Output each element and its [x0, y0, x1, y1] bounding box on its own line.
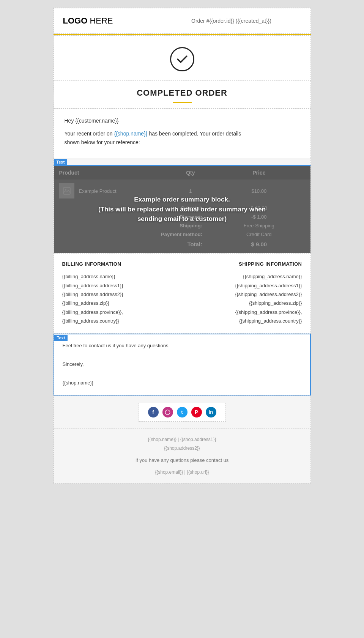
order-table-head: Product Qty Price: [54, 166, 310, 180]
shipping-label: Shipping:: [54, 221, 208, 230]
instagram-icon[interactable]: ◯: [162, 407, 173, 417]
footer-email-url: {{shop.email}} | {{shop.url}}: [61, 468, 303, 477]
check-section: [54, 35, 311, 81]
order-section: Product Qty Price: [54, 165, 311, 253]
greeting-line3: shown below for your reference:: [65, 139, 140, 145]
checkmark-svg: [175, 52, 189, 66]
check-circle-icon: [170, 47, 194, 71]
billing-country: {{billing_address.country}}: [62, 318, 119, 324]
logo-normal: HERE: [87, 16, 113, 25]
subtotal-row: Subtotal: $ 10.00: [54, 202, 310, 213]
text-badge-2: Text: [54, 335, 68, 341]
payment-label: Payment method:: [54, 230, 208, 239]
product-cell: Example Product: [54, 180, 173, 202]
payment-value: Credit Card: [208, 230, 310, 239]
greeting-after: has been completed. Your order details: [148, 131, 241, 137]
subtotal-value: $ 10.00: [208, 202, 310, 213]
shipping-province: {{shipping_address.province}},: [235, 309, 302, 315]
order-info-text: Order #{{order.id}} ({{created_at}}): [191, 18, 271, 24]
billing-province: {{billing_address.province}},: [62, 309, 123, 315]
footer-text-section: Text Feel free to contact us if you have…: [54, 334, 311, 395]
discount-value: -$ 1.00: [208, 213, 310, 221]
product-image-placeholder: [59, 183, 74, 198]
order-table-header-row: Product Qty Price: [54, 166, 310, 180]
product-name: Example Product: [79, 188, 117, 194]
shipping-address1: {{shipping_address.address1}}: [235, 283, 302, 288]
footer-message: Feel free to contact us if you have any …: [63, 341, 302, 388]
linkedin-icon[interactable]: in: [206, 407, 216, 417]
shipping-country: {{shipping_address.country}}: [239, 318, 302, 324]
footer-contact-text: If you have any quetions please contact …: [61, 456, 303, 465]
title-underline: [173, 102, 192, 103]
title-section: COMPLETED ORDER: [54, 81, 311, 109]
footer-line2: Sincerely,: [63, 361, 84, 367]
billing-name: {{billing_address.name}}: [62, 274, 115, 279]
image-placeholder-icon: [63, 187, 71, 195]
social-icons-container: f ◯ t P in: [139, 403, 226, 422]
facebook-icon[interactable]: f: [148, 407, 159, 417]
total-value: $ 9.00: [208, 239, 310, 253]
footer-shop-address: {{shop.name}} | {{shop.address1}} {{shop…: [61, 435, 303, 453]
pinterest-icon[interactable]: P: [191, 407, 202, 417]
billing-address: {{billing_address.name}} {{billing_addre…: [62, 272, 174, 325]
text-badge-1-container: Text: [54, 158, 311, 165]
footer-shop-line2: {{shop.address2}}: [164, 446, 200, 451]
header-order-info: Order #{{order.id}} ({{created_at}}): [182, 8, 310, 33]
footer-text-content: Feel free to contact us if you have any …: [54, 334, 310, 395]
header-logo: LOGO HERE: [54, 8, 183, 33]
greeting-section: Hey {{customer.name}} Your recent order …: [54, 109, 311, 158]
shipping-zip: {{shipping_address.zip}}: [249, 300, 302, 306]
footer-line1: Feel free to contact us if you have any …: [63, 343, 170, 348]
header-row: LOGO HERE Order #{{order.id}} ({{created…: [54, 8, 311, 34]
text-badge-2-container: Text: [54, 334, 68, 341]
logo-bold: LOGO: [63, 16, 88, 25]
table-row: Example Product 1 $10.00: [54, 180, 310, 202]
billing-address2: {{billing_address.address2}}: [62, 291, 123, 297]
product-cell-inner: Example Product: [59, 183, 168, 198]
product-qty: 1: [173, 180, 208, 202]
billing-heading: BILLING INFORMATION: [62, 261, 174, 267]
payment-row: Payment method: Credit Card: [54, 230, 310, 239]
shipping-address: {{shipping_address.name}} {{shipping_add…: [191, 272, 302, 325]
order-table-body: Example Product 1 $10.00 Subtotal: $ 10.…: [54, 180, 310, 253]
discount-label: Discount:: [54, 213, 208, 221]
shipping-heading: SHIPPING INFORMATION: [191, 261, 302, 267]
social-section: f ◯ t P in: [54, 395, 311, 429]
greeting-before: Your recent order on: [65, 131, 114, 137]
shipping-address2: {{shipping_address.address2}}: [235, 291, 302, 297]
address-section: BILLING INFORMATION {{billing_address.na…: [54, 253, 311, 333]
total-row: Total: $ 9.00: [54, 239, 310, 253]
shipping-value: Free Shipping: [208, 221, 310, 230]
shop-name-link: {{shop.name}}: [114, 131, 148, 137]
billing-address1: {{billing_address.address1}}: [62, 283, 123, 288]
shipping-name: {{shipping_address.name}}: [243, 274, 302, 279]
svg-point-1: [65, 189, 66, 191]
completed-order-title: COMPLETED ORDER: [54, 88, 310, 98]
order-table: Product Qty Price: [54, 166, 310, 253]
subtotal-label: Subtotal:: [54, 202, 208, 213]
email-wrapper: LOGO HERE Order #{{order.id}} ({{created…: [53, 8, 311, 484]
product-price: $10.00: [208, 180, 310, 202]
col-product: Product: [54, 166, 173, 180]
billing-col: BILLING INFORMATION {{billing_address.na…: [54, 254, 183, 333]
col-qty: Qty: [173, 166, 208, 180]
shipping-row: Shipping: Free Shipping: [54, 221, 310, 230]
footer-line3: {{shop.name}}: [63, 380, 94, 386]
greeting-line1: Hey {{customer.name}}: [65, 117, 300, 125]
col-price: Price: [208, 166, 310, 180]
footer-shop-line1: {{shop.name}} | {{shop.address1}}: [148, 437, 216, 442]
billing-zip: {{billing_address.zip}}: [62, 300, 109, 306]
shipping-col: SHIPPING INFORMATION {{shipping_address.…: [182, 254, 310, 333]
footer-info: {{shop.name}} | {{shop.address1}} {{shop…: [54, 429, 311, 483]
discount-row: Discount: -$ 1.00: [54, 213, 310, 221]
text-badge-1: Text: [54, 159, 68, 165]
twitter-icon[interactable]: t: [177, 407, 188, 417]
total-label: Total:: [54, 239, 208, 253]
greeting-line2: Your recent order on {{shop.name}} has b…: [65, 129, 300, 147]
